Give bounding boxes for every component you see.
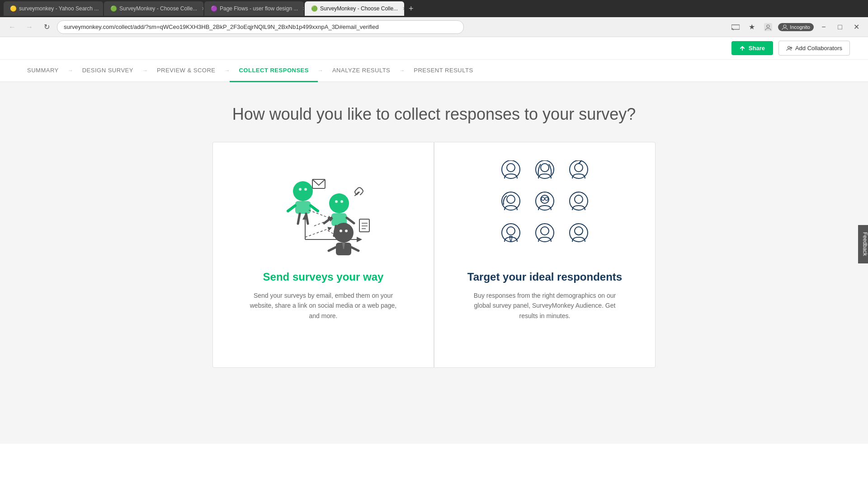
- cast-icon[interactable]: [729, 21, 742, 33]
- forward-button[interactable]: →: [23, 20, 36, 34]
- header-actions: Share Add Collaborators: [731, 41, 850, 56]
- tab-4-favicon: 🟢: [311, 5, 317, 12]
- arrow-1: →: [68, 67, 73, 74]
- svg-point-42: [541, 164, 549, 172]
- nav-tab-present-label: PRESENT RESULTS: [414, 67, 473, 74]
- collaborators-label: Add Collaborators: [795, 45, 842, 52]
- svg-rect-29: [359, 219, 369, 232]
- share-button[interactable]: Share: [731, 41, 773, 55]
- tab-3-close[interactable]: ✕: [302, 6, 304, 12]
- arrow-5: →: [399, 67, 405, 74]
- cards-container: Send surveys your way Send your surveys …: [212, 142, 656, 368]
- nav-tabs-bar: SUMMARY → DESIGN SURVEY → PREVIEW & SCOR…: [0, 60, 868, 82]
- back-button[interactable]: ←: [5, 20, 19, 34]
- target-respondents-card[interactable]: Target your ideal respondents Buy respon…: [434, 142, 656, 368]
- tab-2-favicon: 🟢: [110, 5, 117, 12]
- svg-point-44: [575, 164, 583, 172]
- svg-line-7: [288, 206, 295, 211]
- feedback-tab[interactable]: Feedback: [859, 225, 868, 263]
- collaborators-icon: [786, 45, 793, 52]
- nav-tab-design[interactable]: DESIGN SURVEY: [73, 60, 142, 82]
- nav-tab-summary[interactable]: SUMMARY: [18, 60, 68, 82]
- tab-2-close[interactable]: ✕: [202, 6, 203, 12]
- address-input[interactable]: [57, 20, 464, 34]
- tab-1[interactable]: 🟡 surveymonkey - Yahoo Search ... ✕: [4, 1, 103, 16]
- svg-point-21: [340, 200, 343, 203]
- tab-3[interactable]: 🟣 Page Flows - user flow design ... ✕: [204, 1, 304, 16]
- page-title: How would you like to collect responses …: [18, 105, 850, 124]
- svg-point-40: [507, 164, 515, 172]
- nav-tab-collect-label: COLLECT RESPONSES: [239, 67, 308, 74]
- send-surveys-desc: Send your surveys by email, embed them o…: [246, 291, 400, 321]
- svg-point-5: [293, 181, 313, 201]
- nav-tab-analyze[interactable]: ANALYZE RESULTS: [323, 60, 399, 82]
- feedback-label: Feedback: [862, 232, 868, 256]
- close-button[interactable]: ✕: [850, 21, 863, 33]
- minimize-button[interactable]: −: [817, 21, 830, 33]
- svg-point-58: [541, 227, 549, 235]
- svg-line-26: [351, 247, 359, 251]
- nav-tab-summary-label: SUMMARY: [27, 67, 59, 74]
- svg-point-50: [545, 197, 548, 201]
- main-content: How would you like to collect responses …: [0, 82, 868, 444]
- maximize-button[interactable]: □: [834, 21, 846, 33]
- profile-icon[interactable]: [762, 21, 774, 33]
- incognito-badge: Incognito: [778, 23, 814, 31]
- share-label: Share: [749, 45, 765, 52]
- nav-tab-preview[interactable]: PREVIEW & SCORE: [148, 60, 225, 82]
- arrow-2: →: [142, 67, 148, 74]
- svg-point-28: [345, 230, 348, 232]
- svg-point-11: [299, 188, 302, 191]
- add-collaborators-button[interactable]: Add Collaborators: [778, 41, 850, 56]
- svg-point-27: [340, 230, 342, 232]
- incognito-label: Incognito: [790, 24, 810, 30]
- svg-point-49: [542, 197, 545, 201]
- svg-point-46: [507, 195, 515, 203]
- target-respondents-title: Target your ideal respondents: [467, 271, 622, 283]
- nav-tab-analyze-label: ANALYZE RESULTS: [332, 67, 390, 74]
- target-respondents-desc: Buy responses from the right demographic…: [468, 291, 622, 321]
- address-bar-row: ← → ↻ ★ Incognito − □ ✕: [0, 17, 868, 37]
- target-respondents-illustration: [486, 160, 604, 260]
- new-tab-button[interactable]: +: [405, 4, 417, 14]
- svg-point-3: [783, 25, 786, 28]
- arrow-3: →: [224, 67, 230, 74]
- share-icon: [740, 45, 746, 52]
- tab-1-title: surveymonkey - Yahoo Search ...: [19, 5, 99, 12]
- tab-3-title: Page Flows - user flow design ...: [220, 5, 298, 12]
- nav-tab-design-label: DESIGN SURVEY: [82, 67, 133, 74]
- svg-point-14: [329, 193, 349, 213]
- reload-button[interactable]: ↻: [40, 20, 53, 34]
- address-actions: ★ Incognito − □ ✕: [729, 21, 863, 33]
- send-surveys-card[interactable]: Send surveys your way Send your surveys …: [212, 142, 434, 368]
- svg-line-8: [311, 206, 318, 211]
- svg-line-9: [298, 214, 300, 224]
- nav-tab-present[interactable]: PRESENT RESULTS: [405, 60, 482, 82]
- tab-4-close[interactable]: ✕: [402, 6, 404, 12]
- tab-2-title: SurveyMonkey - Choose Colle...: [119, 5, 197, 12]
- svg-point-4: [788, 46, 790, 48]
- svg-line-16: [324, 218, 331, 223]
- send-surveys-illustration: [264, 160, 382, 260]
- tab-2[interactable]: 🟢 SurveyMonkey - Choose Colle... ✕: [104, 1, 203, 16]
- tab-bar: 🟡 surveymonkey - Yahoo Search ... ✕ 🟢 Su…: [0, 0, 868, 17]
- svg-point-55: [507, 227, 515, 235]
- svg-line-36: [305, 228, 330, 237]
- svg-rect-6: [295, 201, 311, 214]
- svg-point-12: [304, 188, 307, 191]
- svg-line-10: [306, 214, 308, 224]
- svg-line-25: [329, 247, 336, 251]
- arrow-4: →: [318, 67, 323, 74]
- tab-1-favicon: 🟡: [10, 5, 16, 12]
- svg-line-33: [309, 210, 330, 218]
- svg-point-53: [575, 195, 583, 203]
- nav-tab-preview-label: PREVIEW & SCORE: [157, 67, 216, 74]
- page-header: Share Add Collaborators: [0, 37, 868, 60]
- tab-4-title: SurveyMonkey - Choose Colle...: [320, 5, 398, 12]
- tab-3-favicon: 🟣: [211, 5, 217, 12]
- bookmark-icon[interactable]: ★: [745, 21, 758, 33]
- tab-4[interactable]: 🟢 SurveyMonkey - Choose Colle... ✕: [305, 1, 404, 16]
- send-surveys-title: Send surveys your way: [263, 271, 384, 283]
- nav-tab-collect[interactable]: COLLECT RESPONSES: [230, 60, 317, 82]
- svg-line-17: [347, 218, 354, 223]
